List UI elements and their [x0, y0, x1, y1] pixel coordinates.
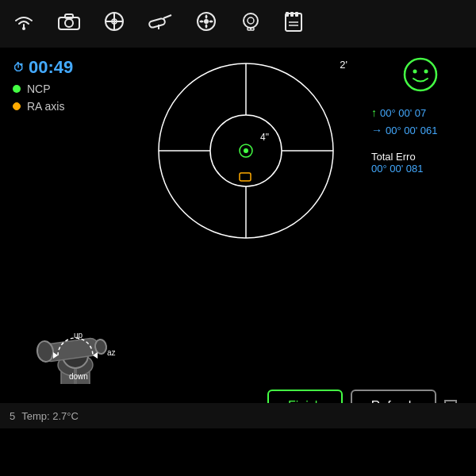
wifi-icon[interactable] [13, 12, 35, 36]
crosshair-toolbar-icon[interactable] [103, 10, 125, 38]
outer-scale-label: 2' [340, 59, 347, 71]
toolbar [0, 0, 476, 48]
svg-point-53 [424, 70, 428, 74]
svg-rect-3 [65, 14, 73, 18]
status-number: 5 [10, 410, 15, 422]
sdcard-icon[interactable] [284, 10, 303, 38]
svg-text:down: down [69, 372, 88, 381]
svg-point-0 [22, 27, 25, 30]
svg-rect-18 [286, 12, 289, 17]
telescope-nav-icon[interactable] [148, 12, 173, 36]
total-error-section: Total Erro 00° 00' 081 [371, 148, 424, 175]
svg-point-52 [413, 70, 417, 74]
coord-row-2: → 00° 00' 061 [371, 124, 438, 136]
svg-point-45 [244, 148, 248, 153]
svg-point-14 [248, 17, 254, 24]
smiley-svg [403, 57, 438, 92]
main-area: ⏱ 00:49 NCP RA axis [0, 48, 476, 428]
svg-point-12 [204, 19, 209, 24]
crosshair-svg [151, 56, 341, 246]
ra-axis-label: RA axis [27, 100, 64, 113]
svg-line-9 [163, 15, 171, 18]
status-bar: 5 Temp: 2.7°C [0, 403, 476, 428]
ra-axis-legend: RA axis [13, 100, 114, 113]
clock-icon: ⏱ [13, 61, 24, 74]
ncp-label: NCP [27, 83, 51, 95]
timer-display: ⏱ 00:49 [13, 57, 114, 78]
settings-fan-icon[interactable] [195, 10, 217, 38]
ra-dot [13, 102, 21, 110]
up-arrow-icon: ↑ [371, 106, 377, 119]
svg-rect-50 [240, 173, 251, 181]
right-panel: ↑ 00° 00' 07 → 00° 00' 061 Total Erro 00… [365, 48, 476, 428]
camera-icon[interactable] [57, 12, 81, 36]
svg-text:up: up [74, 331, 83, 340]
center-panel: 2' 4" [127, 48, 365, 428]
inner-scale-label: 4" [260, 132, 269, 143]
svg-rect-8 [148, 17, 165, 28]
webcam-icon[interactable] [240, 10, 262, 38]
svg-point-2 [65, 19, 73, 27]
svg-point-13 [244, 13, 258, 28]
right-arrow-icon: → [371, 124, 382, 136]
coord-value-2: 00° 00' 061 [386, 125, 438, 136]
coord-value-1: 00° 00' 07 [380, 107, 426, 119]
total-error-value: 00° 00' 081 [371, 163, 424, 175]
crosshair-container: 2' 4" [151, 56, 341, 246]
temp-label: Temp: 2.7°C [21, 410, 79, 422]
bottom-wrapper: Finish Refresh Auto 5 Temp: 2.7°C [0, 384, 476, 428]
svg-point-51 [405, 59, 436, 90]
svg-rect-20 [295, 12, 298, 17]
svg-text:az: az [107, 348, 116, 357]
coord-row-1: ↑ 00° 00' 07 [371, 106, 426, 119]
svg-rect-19 [290, 12, 294, 17]
timer-value: 00:49 [29, 57, 73, 78]
status-smiley [403, 57, 438, 95]
ncp-legend: NCP [13, 83, 114, 95]
ncp-dot [13, 85, 21, 93]
total-error-label: Total Erro [371, 151, 424, 163]
left-panel: ⏱ 00:49 NCP RA axis [0, 48, 127, 428]
